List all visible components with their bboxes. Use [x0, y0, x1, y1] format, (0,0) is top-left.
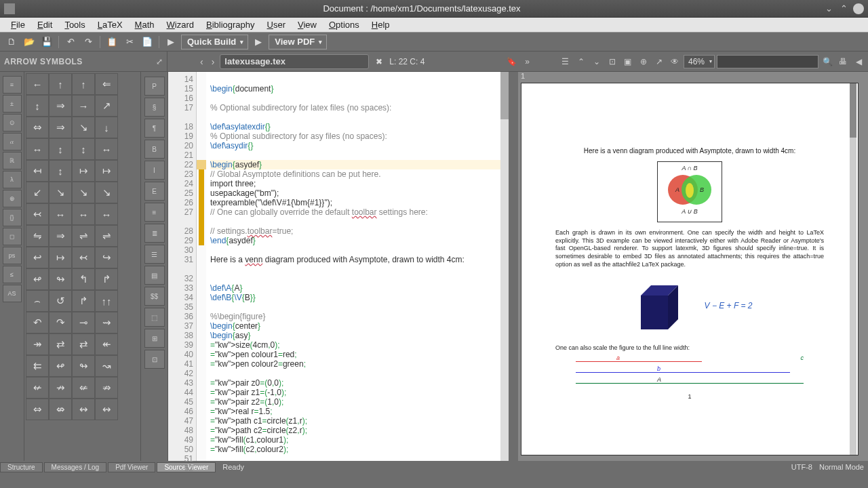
format-tool-3[interactable]: B	[144, 140, 165, 159]
fit-page-icon[interactable]: ▣	[621, 57, 635, 66]
arrow-symbol[interactable]: ⇎	[49, 399, 72, 420]
arrow-symbol[interactable]: ↬	[49, 268, 72, 290]
format-tool-8[interactable]: ☰	[144, 245, 165, 264]
search-icon[interactable]: 🔍	[821, 57, 834, 66]
paste-icon[interactable]: 📄	[140, 35, 155, 49]
arrow-symbol[interactable]: ⌢	[26, 290, 49, 312]
arrow-symbol[interactable]: ↑↑	[95, 290, 118, 312]
close-file-icon[interactable]: ✖	[376, 57, 382, 66]
format-tool-4[interactable]: I	[144, 161, 165, 180]
symbol-category-4[interactable]: ℝ	[3, 152, 22, 169]
symbol-category-5[interactable]: λ	[3, 171, 22, 188]
arrow-symbol[interactable]: ⇐	[95, 73, 118, 95]
arrow-symbol[interactable]: →	[72, 95, 95, 117]
arrow-symbol[interactable]: ↦	[49, 247, 72, 268]
arrow-symbol[interactable]: ↱	[72, 290, 95, 312]
arrow-symbol[interactable]: ↩	[26, 247, 49, 268]
arrow-symbol[interactable]: ⇌	[72, 225, 95, 247]
quick-build-dropdown[interactable]: Quick Build	[181, 35, 248, 49]
eye-icon[interactable]: 👁	[668, 57, 682, 66]
menu-latex[interactable]: LaTeX	[92, 18, 128, 31]
arrow-symbol[interactable]: ↶	[26, 312, 49, 333]
arrow-symbol[interactable]: ↢	[26, 203, 49, 225]
arrow-symbol[interactable]: ←	[26, 73, 49, 95]
format-tool-0[interactable]: P	[144, 77, 165, 96]
format-tool-12[interactable]: ⊞	[144, 329, 165, 348]
arrow-symbol[interactable]: ⇏	[95, 377, 118, 399]
arrow-symbol[interactable]: ↘	[49, 182, 72, 203]
arrow-symbol[interactable]: ↦	[72, 160, 95, 182]
arrow-symbol[interactable]: ↙	[26, 182, 49, 203]
arrow-symbol[interactable]: ↑	[49, 73, 72, 95]
nav-down-icon[interactable]: ⌄	[590, 57, 604, 66]
fit-width-icon[interactable]: ⊡	[606, 57, 619, 66]
external-icon[interactable]: ↗	[652, 57, 666, 66]
view-run-icon[interactable]: ▶	[251, 35, 266, 49]
format-tool-7[interactable]: ≣	[144, 224, 165, 243]
arrow-symbol[interactable]: ↭	[72, 399, 95, 420]
symbol-category-10[interactable]: ≤	[3, 266, 22, 283]
arrow-symbol[interactable]: ⇄	[72, 333, 95, 355]
prev-file-icon[interactable]: ‹	[197, 56, 206, 67]
arrow-symbol[interactable]: ↚	[26, 377, 49, 399]
symbol-category-1[interactable]: ±	[3, 95, 22, 113]
arrow-symbol[interactable]: ↔	[95, 138, 118, 160]
symbol-category-3[interactable]: 𝛼	[3, 133, 22, 150]
editor-scrollbar[interactable]	[500, 72, 509, 461]
arrow-symbol[interactable]: ↠	[26, 333, 49, 355]
arrow-symbol[interactable]: ⇌	[95, 225, 118, 247]
bookmark-icon[interactable]: 🔖	[504, 57, 519, 66]
status-tab-messages-log[interactable]: Messages / Log	[44, 462, 107, 472]
arrow-symbol[interactable]: ↭	[95, 399, 118, 420]
menu-help[interactable]: Help	[366, 18, 395, 31]
format-tool-11[interactable]: ⬚	[144, 308, 165, 327]
arrow-symbol[interactable]: ⇍	[72, 377, 95, 399]
arrow-symbol[interactable]: ↗	[95, 95, 118, 117]
arrow-symbol[interactable]: ⇝	[95, 312, 118, 333]
zoom-dropdown[interactable]: 46%	[684, 55, 715, 68]
menu-user[interactable]: User	[262, 18, 291, 31]
menu-bibliography[interactable]: Bibliography	[201, 18, 260, 31]
arrow-symbol[interactable]: ↝	[95, 355, 118, 377]
arrow-symbol[interactable]: ↘	[95, 182, 118, 203]
maximize-button[interactable]: ⌃	[838, 3, 849, 14]
symbol-category-8[interactable]: ◻	[3, 228, 22, 245]
arrow-symbol[interactable]: ⊸	[72, 312, 95, 333]
pdf-page[interactable]: Here is a venn diagram produced with Asy…	[521, 83, 859, 455]
format-tool-9[interactable]: ▤	[144, 266, 165, 285]
arrow-symbol[interactable]: ↱	[95, 268, 118, 290]
arrow-symbol[interactable]: ⇄	[49, 333, 72, 355]
symbol-category-6[interactable]: ⊕	[3, 190, 22, 207]
cut-icon[interactable]: ✂	[122, 35, 137, 49]
new-file-icon[interactable]: 🗋	[4, 35, 19, 49]
more-icon[interactable]: »	[522, 57, 532, 66]
symbol-category-0[interactable]: ≡	[3, 76, 22, 94]
nav-up-icon[interactable]: ⌃	[574, 57, 588, 66]
arrow-symbol[interactable]: ↫	[26, 268, 49, 290]
arrow-symbol[interactable]: ↕	[26, 95, 49, 117]
format-tool-5[interactable]: E	[144, 182, 165, 201]
file-dropdown[interactable]: latexusage.tex	[220, 54, 369, 69]
arrow-symbol[interactable]: ⇋	[26, 225, 49, 247]
arrow-symbol[interactable]: ↬	[72, 355, 95, 377]
arrow-symbol[interactable]: ↕	[72, 138, 95, 160]
redo-icon[interactable]: ↷	[81, 35, 96, 49]
run-icon[interactable]: ▶	[163, 35, 178, 49]
arrow-symbol[interactable]: ↫	[49, 355, 72, 377]
arrow-symbol[interactable]: ↞	[95, 333, 118, 355]
arrow-symbol[interactable]: ↺	[49, 290, 72, 312]
menu-edit[interactable]: Edit	[32, 18, 58, 31]
list-icon[interactable]: ☰	[559, 57, 572, 66]
arrow-symbol[interactable]: ↘	[72, 182, 95, 203]
copy-icon[interactable]: 📋	[104, 35, 119, 49]
arrow-symbol[interactable]: ↔	[49, 203, 72, 225]
arrow-symbol[interactable]: ↔	[26, 138, 49, 160]
menu-file[interactable]: File	[5, 18, 31, 31]
arrow-symbol[interactable]: ↢	[72, 247, 95, 268]
arrow-symbol[interactable]: ↦	[95, 160, 118, 182]
panel-expand-icon[interactable]: ⤢	[156, 57, 163, 66]
arrow-symbol[interactable]: ↷	[49, 312, 72, 333]
format-tool-13[interactable]: ⊡	[144, 350, 165, 369]
collapse-icon[interactable]: ◀	[852, 57, 865, 66]
format-tool-6[interactable]: ≡	[144, 203, 165, 222]
